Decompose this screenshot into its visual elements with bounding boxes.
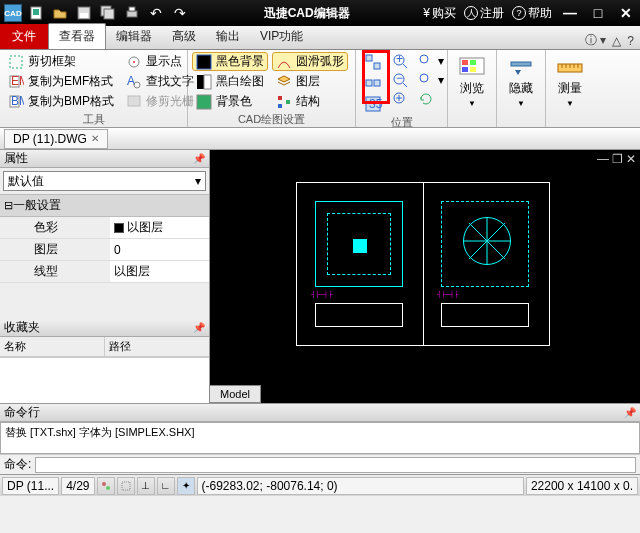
crop-frame-button[interactable]: 剪切框架: [4, 52, 118, 71]
prop-color[interactable]: 色彩以图层: [0, 217, 209, 239]
status-btn-1[interactable]: [97, 477, 115, 495]
position-btn-1[interactable]: [360, 52, 386, 72]
group-label-tools: 工具: [4, 111, 183, 128]
ribbon-help-dropdown[interactable]: ⓘ ▾: [585, 32, 606, 49]
status-coords: (-69283.02; -80076.14; 0): [197, 477, 524, 495]
redo-icon[interactable]: ↷: [170, 3, 190, 23]
saveall-icon[interactable]: [98, 3, 118, 23]
ribbon-collapse-icon[interactable]: △: [612, 34, 621, 48]
prop-linetype[interactable]: 线型以图层: [0, 261, 209, 283]
favorites-columns: 名称路径: [0, 337, 209, 357]
svg-text:35°: 35°: [369, 97, 382, 111]
svg-line-35: [403, 83, 407, 87]
browse-button[interactable]: 浏览▼: [452, 52, 492, 112]
open-icon[interactable]: [50, 3, 70, 23]
close-tab-icon[interactable]: ✕: [91, 133, 99, 144]
svg-point-14: [133, 61, 135, 63]
ribbon-tabs: 文件 查看器 编辑器 高级 输出 VIP功能 ⓘ ▾ △ ?: [0, 26, 640, 50]
svg-text:BMP: BMP: [11, 94, 24, 108]
position-btn-3[interactable]: 35°: [360, 94, 386, 114]
pin-icon[interactable]: 📌: [193, 322, 205, 333]
svg-text:−: −: [396, 72, 403, 85]
status-line: 4/29: [61, 477, 94, 495]
favorites-header: 收藏夹📌: [0, 319, 209, 337]
measure-button[interactable]: 测量▼: [550, 52, 590, 112]
layer-button[interactable]: 图层: [272, 72, 348, 91]
find-text-button[interactable]: A查找文字: [122, 72, 198, 91]
save-icon[interactable]: [74, 3, 94, 23]
quick-access-toolbar: ↶ ↷: [26, 3, 190, 23]
new-icon[interactable]: [26, 3, 46, 23]
svg-rect-24: [286, 100, 290, 104]
left-panel: 属性📌 默认值▾ ⊟ 一般设置 色彩以图层 图层0 线型以图层 收藏夹📌 名称路…: [0, 150, 210, 403]
svg-rect-8: [10, 56, 22, 68]
structure-button[interactable]: 结构: [272, 92, 348, 111]
command-history[interactable]: 替换 [TXT.shx] 字体为 [SIMPLEX.SHX]: [0, 422, 640, 454]
status-btn-3[interactable]: ⊥: [137, 477, 155, 495]
svg-rect-17: [128, 96, 140, 106]
zoom-dropdown-1[interactable]: ▾: [414, 52, 448, 70]
position-btn-2[interactable]: [360, 73, 386, 93]
status-btn-2[interactable]: [117, 477, 135, 495]
app-title: 迅捷CAD编辑器: [190, 5, 423, 22]
svg-rect-19: [197, 75, 204, 89]
zoom-out-button[interactable]: −: [388, 71, 412, 89]
svg-point-39: [420, 74, 428, 82]
canvas-close-icon[interactable]: ✕: [626, 152, 636, 166]
zoom-fit-button[interactable]: [388, 90, 412, 108]
properties-filter-dropdown[interactable]: 默认值▾: [3, 171, 206, 191]
pin-icon[interactable]: 📌: [624, 407, 636, 418]
status-bar: DP (11... 4/29 ⊥ ∟ ✦ (-69283.02; -80076.…: [0, 474, 640, 496]
drawing-canvas[interactable]: —❐✕ ┤├─┤├ ┤├─┤├ Model: [210, 150, 640, 403]
undo-icon[interactable]: ↶: [146, 3, 166, 23]
tab-vip[interactable]: VIP功能: [250, 24, 313, 49]
edit-raster-button: 修剪光栅: [122, 92, 198, 111]
section-general[interactable]: ⊟ 一般设置: [0, 194, 209, 217]
svg-rect-28: [374, 80, 380, 86]
copy-bmp-button[interactable]: BMP复制为BMP格式: [4, 92, 118, 111]
favorites-list[interactable]: [0, 357, 209, 403]
prop-layer[interactable]: 图层0: [0, 239, 209, 261]
black-bg-button[interactable]: 黑色背景: [192, 52, 268, 71]
tab-editor[interactable]: 编辑器: [106, 24, 162, 49]
bw-draw-button[interactable]: 黑白绘图: [192, 72, 268, 91]
svg-point-57: [106, 486, 110, 490]
smooth-arc-button[interactable]: 圆滑弧形: [272, 52, 348, 71]
rotate-button[interactable]: [414, 90, 448, 108]
tab-viewer[interactable]: 查看器: [48, 23, 106, 49]
svg-rect-43: [462, 67, 468, 72]
copy-emf-button[interactable]: EMF复制为EMF格式: [4, 72, 118, 91]
group-label-cad: CAD绘图设置: [192, 111, 351, 128]
status-btn-5[interactable]: ✦: [177, 477, 195, 495]
canvas-max-icon[interactable]: ❐: [612, 152, 623, 166]
app-icon: CAD: [4, 4, 22, 22]
register-button[interactable]: 人注册: [464, 5, 504, 22]
close-button[interactable]: ✕: [616, 3, 636, 23]
bg-color-button[interactable]: 背景色: [192, 92, 268, 111]
tab-file[interactable]: 文件: [0, 24, 48, 49]
ribbon: 剪切框架 EMF复制为EMF格式 BMP复制为BMP格式 显示点 A查找文字 修…: [0, 50, 640, 128]
command-panel: 命令行📌 替换 [TXT.shx] 字体为 [SIMPLEX.SHX] 命令:: [0, 403, 640, 474]
hide-button[interactable]: 隐藏▼: [501, 52, 541, 112]
command-input[interactable]: [35, 457, 636, 473]
tab-output[interactable]: 输出: [206, 24, 250, 49]
pin-icon[interactable]: 📌: [193, 153, 205, 164]
print-icon[interactable]: [122, 3, 142, 23]
group-label-position: 位置: [360, 114, 443, 131]
canvas-min-icon[interactable]: —: [597, 152, 609, 166]
buy-button[interactable]: ¥ 购买: [423, 5, 456, 22]
status-doc: DP (11...: [2, 477, 59, 495]
maximize-button[interactable]: □: [588, 3, 608, 23]
zoom-dropdown-2[interactable]: ▾: [414, 71, 448, 89]
svg-text:EMF: EMF: [11, 74, 24, 88]
status-btn-4[interactable]: ∟: [157, 477, 175, 495]
ribbon-help-icon[interactable]: ?: [627, 34, 634, 48]
help-button[interactable]: ?帮助: [512, 5, 552, 22]
zoom-in-button[interactable]: +: [388, 52, 412, 70]
tab-advanced[interactable]: 高级: [162, 24, 206, 49]
show-point-button[interactable]: 显示点: [122, 52, 198, 71]
minimize-button[interactable]: —: [560, 3, 580, 23]
document-tab[interactable]: DP (11).DWG✕: [4, 129, 108, 149]
model-tab[interactable]: Model: [209, 385, 261, 403]
svg-rect-6: [127, 11, 137, 17]
